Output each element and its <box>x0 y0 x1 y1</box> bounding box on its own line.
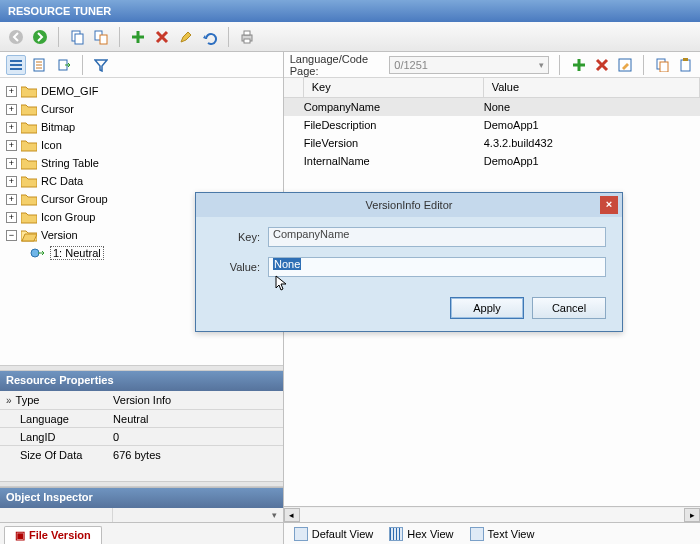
toolbar-separator <box>228 27 229 47</box>
close-button[interactable]: × <box>600 196 618 214</box>
prop-key: Size Of Data <box>20 449 82 461</box>
svg-rect-10 <box>10 64 22 66</box>
folder-open-icon <box>21 228 37 242</box>
prop-key: Language <box>20 413 69 425</box>
table-row[interactable]: FileVersion4.3.2.build432 <box>284 134 700 152</box>
cell-value: 4.3.2.build432 <box>484 137 700 149</box>
expand-icon[interactable] <box>6 140 17 151</box>
prop-row: Size Of Data 676 bytes <box>0 445 283 463</box>
value-label: Value: <box>212 261 260 273</box>
hex-view-icon <box>389 527 403 541</box>
app-titlebar: RESOURCE TUNER <box>0 0 700 22</box>
table-row[interactable]: InternalNameDemoApp1 <box>284 152 700 170</box>
expand-icon[interactable] <box>6 104 17 115</box>
tree-item[interactable]: Bitmap <box>2 118 281 136</box>
toolbar-separator <box>559 55 560 75</box>
prop-key: Type <box>16 394 40 406</box>
svg-rect-7 <box>244 31 250 35</box>
prop-value: Version Info <box>113 394 283 406</box>
forward-icon[interactable] <box>30 27 50 47</box>
toolbar-separator <box>119 27 120 47</box>
tree-item[interactable]: DEMO_GIF <box>2 82 281 100</box>
expand-icon[interactable] <box>6 122 17 133</box>
cell-value: DemoApp1 <box>484 119 700 131</box>
view-tabs: Default View Hex View Text View <box>284 522 700 544</box>
scroll-track[interactable] <box>300 508 684 522</box>
view-list-icon[interactable] <box>6 55 26 75</box>
prop-value: 0 <box>113 431 283 443</box>
cell-key: FileVersion <box>304 137 484 149</box>
add-icon[interactable] <box>128 27 148 47</box>
lang-select[interactable]: 0/1251 ▾ <box>389 56 549 74</box>
tab-hex-view[interactable]: Hex View <box>385 525 457 543</box>
expand-icon[interactable] <box>6 212 17 223</box>
tree-label: Version <box>41 229 78 241</box>
expand-icon[interactable] <box>6 158 17 169</box>
version-item-icon <box>30 246 46 260</box>
kv-table[interactable]: CompanyNameNone FileDescriptionDemoApp1 … <box>284 98 700 170</box>
tree-item[interactable]: Icon <box>2 136 281 154</box>
dialog-title: VersionInfo Editor <box>366 199 453 211</box>
back-icon[interactable] <box>6 27 26 47</box>
apply-button[interactable]: Apply <box>450 297 524 319</box>
left-bottom-tabs: ▣File Version <box>0 522 283 544</box>
cell-key: FileDescription <box>304 119 484 131</box>
folder-icon <box>21 156 37 170</box>
print-icon[interactable] <box>237 27 257 47</box>
filter-icon[interactable] <box>91 55 111 75</box>
col-value-header[interactable]: Value <box>484 78 700 97</box>
add-icon[interactable] <box>570 55 587 75</box>
collapse-icon[interactable] <box>6 230 17 241</box>
copy-entry-icon[interactable] <box>654 55 671 75</box>
paste-entry-icon[interactable] <box>677 55 694 75</box>
table-row[interactable]: FileDescriptionDemoApp1 <box>284 116 700 134</box>
value-field[interactable]: None <box>268 257 606 277</box>
prop-row: LangID 0 <box>0 427 283 445</box>
scroll-right-icon[interactable]: ▸ <box>684 508 700 522</box>
table-row[interactable]: CompanyNameNone <box>284 98 700 116</box>
expand-icon[interactable] <box>6 86 17 97</box>
expand-icon[interactable] <box>6 176 17 187</box>
folder-icon <box>21 210 37 224</box>
export-icon[interactable] <box>54 55 74 75</box>
expand-icon[interactable] <box>6 194 17 205</box>
edit-icon[interactable] <box>176 27 196 47</box>
horizontal-scrollbar[interactable]: ◂ ▸ <box>284 506 700 522</box>
tree-label: 1: Neutral <box>50 246 104 260</box>
dialog-titlebar[interactable]: VersionInfo Editor × <box>196 193 622 217</box>
lang-label: Language/Code Page: <box>290 53 384 77</box>
chevron-right-icon[interactable]: » <box>6 395 12 406</box>
tree-label: Cursor <box>41 103 74 115</box>
copy-multi-icon[interactable] <box>91 27 111 47</box>
object-inspector-panel: Object Inspector ▾ <box>0 487 283 522</box>
chevron-down-icon[interactable]: ▾ <box>272 510 277 520</box>
tree-item[interactable]: String Table <box>2 154 281 172</box>
tab-file-version[interactable]: ▣File Version <box>4 526 102 544</box>
value-text: None <box>273 258 301 270</box>
key-field[interactable]: CompanyName <box>268 227 606 247</box>
tab-text-view[interactable]: Text View <box>466 525 539 543</box>
key-value: CompanyName <box>273 228 349 240</box>
col-key-header[interactable]: Key <box>304 78 484 97</box>
tree-label: Icon Group <box>41 211 95 223</box>
apply-label: Apply <box>473 302 501 314</box>
copy-icon[interactable] <box>67 27 87 47</box>
svg-point-14 <box>31 249 39 257</box>
folder-icon <box>21 138 37 152</box>
tree-item[interactable]: Cursor <box>2 100 281 118</box>
tab-default-view[interactable]: Default View <box>290 525 378 543</box>
view-tree-icon[interactable] <box>30 55 50 75</box>
toolbar-separator <box>643 55 644 75</box>
app-title: RESOURCE TUNER <box>8 5 111 17</box>
default-view-icon <box>294 527 308 541</box>
tree-item[interactable]: RC Data <box>2 172 281 190</box>
svg-point-1 <box>33 30 47 44</box>
delete-icon[interactable] <box>593 55 610 75</box>
view-tab-label: Text View <box>488 528 535 540</box>
cancel-button[interactable]: Cancel <box>532 297 606 319</box>
scroll-left-icon[interactable]: ◂ <box>284 508 300 522</box>
undo-icon[interactable] <box>200 27 220 47</box>
edit-entry-icon[interactable] <box>616 55 633 75</box>
delete-icon[interactable] <box>152 27 172 47</box>
prop-row: »Type Version Info <box>0 391 283 409</box>
